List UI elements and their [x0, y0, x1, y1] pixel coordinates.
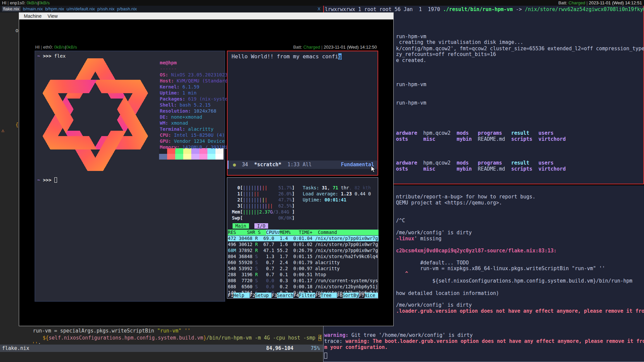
terminal-line: ~ >>>	[37, 177, 57, 183]
palette-swatch	[191, 154, 199, 160]
terminal-line: ^	[396, 270, 408, 277]
vm-emacs-window[interactable]: ● 34 *scratch* 1:33 AllFundamental Hello…	[227, 51, 378, 176]
terminal-line: me@hpm	[160, 60, 177, 66]
terminal-line: Swp[ 0K/0K]	[232, 215, 295, 221]
editor-modeline: flake.nix84,96-10475%	[0, 345, 323, 352]
terminal-line: 2[||||||||| 47.7%]	[232, 197, 295, 203]
palette-swatch	[199, 154, 207, 160]
vm-htop-window[interactable]: 0[||||||||| 51.7%] 1[|||||| 26.0%] 2[|||…	[227, 177, 378, 299]
terminal-line: ardware hpm.qcow2 mods programs result u…	[396, 160, 554, 166]
terminal-line: Packages: 619 (nix-syste	[160, 96, 228, 102]
terminal-line: Batt: Charged | 2023-11-01 (Wed) 14:12:5…	[293, 45, 377, 50]
terminal-line: ardware hpm.qcow2 mods programs result u…	[396, 130, 554, 136]
terminal-line: 804 36848 S 1.3 1.7 0:01.15 /nix/store/h…	[228, 254, 378, 259]
terminal-line: F1Help F2Setup F3SearchF4FilterF5Tree F6…	[228, 293, 378, 298]
terminal-line: k/config/hpm.qcow2', fmt=qcow2 cluster_s…	[396, 46, 644, 52]
terminal-line: ~ >>> flex	[37, 53, 65, 59]
terminal-line: osts misc mybin README.md scripts virtch…	[396, 166, 566, 172]
terminal-line: Mem[||||||2.37G/3.84G ]	[232, 209, 295, 215]
terminal-line: Main I/O	[233, 223, 268, 229]
terminal-line	[324, 353, 327, 359]
terminal-line: osts misc mybin README.md scripts virtch…	[396, 136, 566, 142]
terminal-line: ${self.nixosConfigurations.hpm.config.sy…	[43, 335, 321, 341]
palette-swatch	[207, 154, 215, 160]
terminal-line: .loader.grub.version option does not hav…	[396, 308, 644, 314]
terminal-line: run-vm = specialArgs.pkgs.writeScriptBin…	[33, 328, 191, 334]
terminal-line: ------	[160, 66, 177, 72]
terminal-line: ${self.nixosConfigurations.hpm.config.sy…	[396, 278, 632, 284]
terminal-line: Uptime: 1 min	[160, 90, 197, 96]
terminal-line: DE: none+xmonad	[160, 114, 202, 120]
terminal-line: Fundamental	[341, 162, 374, 168]
terminal-line: 540 53992 S 0.7 2.2 0:00.97 alacritty	[228, 266, 340, 272]
terminal-line: 496 30612 R 67.7 1.6 0:01.02 /nix/store/…	[228, 242, 378, 247]
terminal-line: Resolution: 1024x768	[160, 108, 216, 114]
terminal-line: trace: warning: The boot.loader.grub.ver…	[324, 338, 644, 344]
terminal-line: 472 30468 R 69.0 1.4 0:01.04 /nix/store/…	[228, 236, 379, 241]
terminal-line: Uptime: 00:01:41	[303, 197, 346, 203]
terminal-line: /me/work/config' is dirty	[396, 230, 472, 236]
terminal-line: zy_refcounts=off refcount_bits=16	[396, 51, 496, 57]
palette-swatch	[159, 154, 167, 160]
terminal-line: Tasks: 31, 71 thr, 82 kth	[303, 185, 371, 191]
terminal-line: 288 3196 R 0.7 0.1 0:00.51 htop	[228, 272, 326, 278]
qemu-menubar: Machine View	[19, 13, 393, 19]
palette-swatch	[167, 154, 175, 160]
terminal-line: 3[||||||||||| 62.5%]	[232, 203, 295, 209]
terminal-line: -linux' missing	[396, 236, 441, 242]
terminal-line: Load average: 1.23 0.44 0	[303, 191, 371, 197]
menu-item-machine[interactable]: Machine	[24, 13, 42, 19]
terminal-line: lrwxrwxrwx 1 root root 56 Jan 1 1970 ./r…	[325, 6, 644, 12]
terminal-line: m your configuration.	[324, 344, 388, 350]
terminal-line: RES SHR S CPU%▽MEM% TIME+ Command	[228, 230, 379, 235]
terminal-line: 1[|||||| 26.0%]	[232, 191, 295, 197]
terminal-line: 0[||||||||| 51.7%]	[232, 185, 295, 191]
terminal-line: ntribute/report-a-bug> for how to report…	[396, 194, 535, 200]
qemu-window[interactable]: Machine View HI | eth0: 0kB/s|0kB/s Batt…	[19, 12, 394, 326]
terminal-line: WM: xmonad	[160, 120, 188, 126]
mouse-cursor-icon	[370, 166, 377, 173]
vm-screen: HI | eth0: 0kB/s|0kB/s Batt: Charged | 2…	[35, 44, 378, 302]
vm-terminal-window[interactable]: ~ >>> flexme@hpm------OS: NixOS 23.05.20…	[35, 51, 225, 302]
terminal-line: 84,96-104	[266, 345, 293, 351]
terminal-line: Terminal: alacritty	[160, 126, 213, 132]
terminal-line: /me/work/config' is dirty	[396, 302, 472, 308]
vm-clock-battery: Batt: Charged | 2023-11-01 (Wed) 14:12:5…	[35, 44, 378, 50]
terminal-line: Hello World!! from my emacs config	[232, 53, 342, 60]
terminal-line: ● 34 *scratch* 1:33 All	[233, 162, 312, 168]
modeline-accent-bar	[228, 161, 229, 169]
terminal-line: Memory: 1420MiB / 3931Mi	[160, 144, 228, 150]
terminal-line: /^C	[396, 218, 405, 224]
terminal-line: c2bcsm4xmj0vd0capi9q2yc0yzl87-source/fla…	[396, 248, 557, 254]
terminal-line: 68M 37892 R 47.1 55.2 0:26.79 /nix/store…	[228, 248, 378, 253]
terminal-line: Shell: bash 5.2.15	[160, 102, 211, 108]
terminal-line: warning: Git tree '/home/me/work/config'…	[324, 332, 473, 338]
palette-swatch	[175, 154, 183, 160]
terminal-line: creating the virtualisation disk image..…	[396, 39, 523, 45]
terminal-line: 808 7720 S 0.0 0.3 0:01.17 /run/current-…	[228, 278, 378, 284]
terminal-line: OS: NixOS 23.05.20231023	[160, 72, 228, 78]
terminal-line: run-vm = nixpkgs.x86_64-linux.pkgs.write…	[396, 265, 605, 272]
terminal-line: Kernel: 6.1.59	[160, 84, 199, 90]
vm-emacs-modeline: ● 34 *scratch* 1:33 AllFundamental	[228, 161, 378, 169]
terminal-line: #default... TODO	[396, 260, 469, 266]
terminal-line: how detailed location information)	[396, 290, 499, 296]
terminal-line: 660 55920 S 0.7 2.4 0:01.79 alacritty	[228, 260, 340, 265]
terminal-line: CPU: Intel i5-8250U (4)	[160, 132, 225, 138]
terminal-line: run-hpm-vm	[396, 34, 426, 40]
palette-swatch	[183, 154, 191, 160]
terminal-line: Batt: Charged | 2023-11-01 (Wed) 14:12:5…	[558, 0, 642, 6]
terminal-line: QEMU project at <https://qemu.org>.	[396, 200, 502, 206]
nixos-logo	[37, 57, 154, 173]
terminal-line: run-hpm-vm	[396, 100, 426, 106]
menu-item-view[interactable]: View	[48, 13, 58, 19]
terminal-line: e created.	[396, 57, 426, 63]
terminal-line: 75%	[311, 345, 320, 351]
terminal-line: GPU: Vendor 1234 Device	[160, 138, 225, 144]
host-clock-battery: Batt: Charged | 2023-11-01 (Wed) 14:12:5…	[0, 0, 644, 6]
terminal-line: 688 6560 S 0.0 0.2 0:00.18 /nix/store/12…	[228, 284, 378, 290]
palette-swatch	[215, 154, 224, 160]
terminal-line: run-hpm-vm	[396, 81, 426, 87]
terminal-line: flake.nix	[2, 345, 29, 351]
terminal-line: Host: KVM/QEMU (Standard	[160, 78, 228, 84]
